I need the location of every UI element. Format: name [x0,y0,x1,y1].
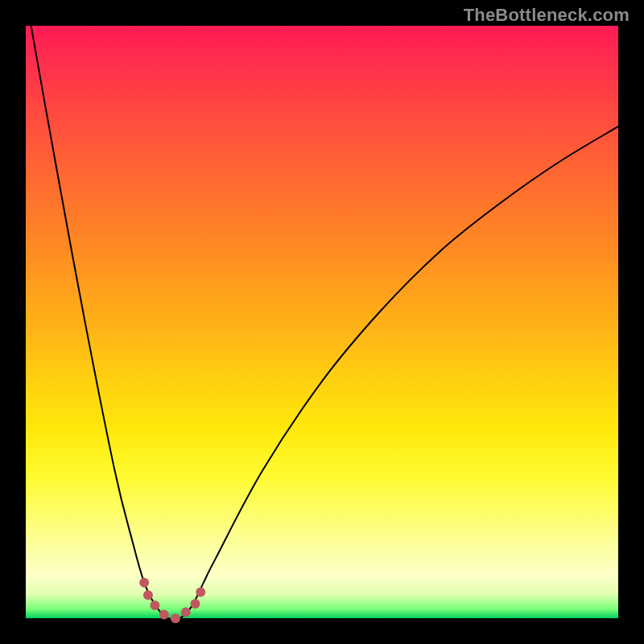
chart-svg [26,26,618,618]
chart-frame: TheBottleneck.com [0,0,644,644]
watermark-label: TheBottleneck.com [464,5,630,26]
bottleneck-curve [26,0,618,620]
